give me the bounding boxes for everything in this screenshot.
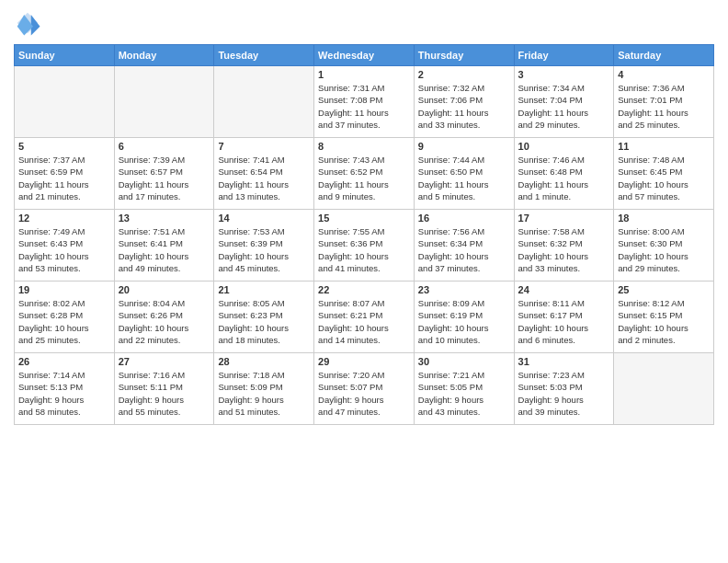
- day-detail-line: Sunset: 6:36 PM: [318, 237, 410, 249]
- day-number: 14: [218, 213, 310, 224]
- calendar-cell: 31Sunrise: 7:23 AMSunset: 5:03 PMDayligh…: [514, 353, 614, 425]
- day-detail-line: Daylight: 10 hours: [18, 322, 110, 334]
- day-detail: Sunrise: 8:04 AMSunset: 6:26 PMDaylight:…: [119, 297, 210, 346]
- day-detail-line: and 2 minutes.: [618, 334, 710, 346]
- day-detail-line: Sunset: 6:34 PM: [418, 237, 510, 249]
- day-detail-line: and 55 minutes.: [119, 406, 210, 418]
- day-detail-line: Sunrise: 7:41 AM: [218, 154, 310, 166]
- day-detail-line: and 1 minute.: [518, 190, 610, 202]
- day-detail-line: Sunset: 6:54 PM: [218, 166, 310, 178]
- weekday-header-saturday: Saturday: [614, 45, 714, 66]
- day-detail-line: Sunset: 5:13 PM: [18, 381, 110, 393]
- day-detail-line: Daylight: 9 hours: [418, 394, 510, 406]
- day-detail-line: Sunset: 6:41 PM: [119, 237, 210, 249]
- calendar-cell: 4Sunrise: 7:36 AMSunset: 7:01 PMDaylight…: [614, 66, 714, 138]
- day-detail-line: Daylight: 10 hours: [618, 178, 710, 190]
- day-detail-line: Sunset: 7:01 PM: [618, 94, 710, 106]
- day-number: 15: [318, 213, 410, 224]
- day-detail-line: Daylight: 10 hours: [318, 250, 410, 262]
- day-detail-line: Daylight: 10 hours: [318, 322, 410, 334]
- page-container: SundayMondayTuesdayWednesdayThursdayFrid…: [0, 0, 728, 434]
- day-detail-line: Sunset: 6:39 PM: [218, 237, 310, 249]
- day-detail-line: Sunset: 5:07 PM: [318, 381, 410, 393]
- day-detail-line: Daylight: 11 hours: [518, 107, 610, 119]
- day-detail-line: Sunset: 6:48 PM: [518, 166, 610, 178]
- day-detail: Sunrise: 7:34 AMSunset: 7:04 PMDaylight:…: [518, 82, 610, 131]
- day-number: 17: [518, 213, 610, 224]
- day-detail-line: and 25 minutes.: [618, 119, 710, 131]
- day-detail-line: Daylight: 9 hours: [318, 394, 410, 406]
- calendar-cell: 29Sunrise: 7:20 AMSunset: 5:07 PMDayligh…: [314, 353, 415, 425]
- day-detail-line: and 37 minutes.: [318, 119, 410, 131]
- day-number: 8: [318, 141, 410, 152]
- day-detail-line: Sunset: 6:15 PM: [618, 309, 710, 321]
- day-detail-line: and 51 minutes.: [218, 406, 310, 418]
- day-detail-line: Daylight: 10 hours: [518, 250, 610, 262]
- day-detail-line: and 47 minutes.: [318, 406, 410, 418]
- day-detail-line: Sunset: 6:59 PM: [18, 166, 110, 178]
- day-number: 16: [418, 213, 510, 224]
- day-detail-line: Sunrise: 8:12 AM: [618, 297, 710, 309]
- day-detail-line: and 57 minutes.: [618, 190, 710, 202]
- day-number: 11: [618, 141, 710, 152]
- day-number: 1: [318, 69, 410, 80]
- calendar-body: 1Sunrise: 7:31 AMSunset: 7:08 PMDaylight…: [15, 66, 714, 425]
- day-detail-line: and 41 minutes.: [318, 262, 410, 274]
- day-number: 10: [518, 141, 610, 152]
- day-number: 24: [518, 284, 610, 295]
- day-detail: Sunrise: 7:32 AMSunset: 7:06 PMDaylight:…: [418, 82, 510, 131]
- day-number: 22: [318, 284, 410, 295]
- calendar-cell: 16Sunrise: 7:56 AMSunset: 6:34 PMDayligh…: [414, 210, 514, 282]
- day-detail-line: Daylight: 10 hours: [119, 322, 210, 334]
- day-detail: Sunrise: 7:36 AMSunset: 7:01 PMDaylight:…: [618, 82, 710, 131]
- day-detail-line: Sunrise: 7:51 AM: [119, 225, 210, 237]
- day-detail-line: Sunset: 6:23 PM: [218, 309, 310, 321]
- day-number: 26: [18, 356, 110, 367]
- day-detail-line: Daylight: 10 hours: [518, 322, 610, 334]
- day-detail-line: Sunrise: 7:16 AM: [119, 369, 210, 381]
- day-detail-line: Sunrise: 8:02 AM: [18, 297, 110, 309]
- day-number: 19: [18, 284, 110, 295]
- calendar-cell: 11Sunrise: 7:48 AMSunset: 6:45 PMDayligh…: [614, 138, 714, 210]
- calendar-cell: 28Sunrise: 7:18 AMSunset: 5:09 PMDayligh…: [214, 353, 314, 425]
- header: [14, 9, 714, 37]
- day-detail-line: Daylight: 11 hours: [119, 178, 210, 190]
- day-detail: Sunrise: 8:09 AMSunset: 6:19 PMDaylight:…: [418, 297, 510, 346]
- day-number: 20: [119, 284, 210, 295]
- day-detail-line: Daylight: 10 hours: [618, 322, 710, 334]
- day-detail-line: Sunrise: 7:43 AM: [318, 154, 410, 166]
- day-detail-line: and 14 minutes.: [318, 334, 410, 346]
- day-detail-line: Sunset: 5:11 PM: [119, 381, 210, 393]
- day-detail-line: and 39 minutes.: [518, 406, 610, 418]
- week-row-2: 12Sunrise: 7:49 AMSunset: 6:43 PMDayligh…: [15, 210, 714, 282]
- day-detail-line: and 21 minutes.: [18, 190, 110, 202]
- weekday-header-thursday: Thursday: [414, 45, 514, 66]
- calendar-cell: 22Sunrise: 8:07 AMSunset: 6:21 PMDayligh…: [314, 282, 415, 353]
- day-detail-line: and 33 minutes.: [518, 262, 610, 274]
- day-detail: Sunrise: 7:49 AMSunset: 6:43 PMDaylight:…: [18, 225, 110, 274]
- day-detail-line: Daylight: 11 hours: [218, 178, 310, 190]
- day-detail-line: Daylight: 11 hours: [418, 107, 510, 119]
- day-detail-line: Sunset: 6:43 PM: [18, 237, 110, 249]
- calendar-cell: 15Sunrise: 7:55 AMSunset: 6:36 PMDayligh…: [314, 210, 415, 282]
- day-detail-line: Sunset: 5:09 PM: [218, 381, 310, 393]
- day-detail-line: Daylight: 11 hours: [318, 107, 410, 119]
- day-detail: Sunrise: 7:16 AMSunset: 5:11 PMDaylight:…: [119, 369, 210, 418]
- day-number: 18: [618, 213, 710, 224]
- day-detail-line: Sunrise: 7:20 AM: [318, 369, 410, 381]
- day-detail: Sunrise: 8:02 AMSunset: 6:28 PMDaylight:…: [18, 297, 110, 346]
- day-detail-line: and 53 minutes.: [18, 262, 110, 274]
- day-detail-line: and 33 minutes.: [418, 119, 510, 131]
- day-detail-line: and 6 minutes.: [518, 334, 610, 346]
- day-number: 23: [418, 284, 510, 295]
- day-detail-line: Sunrise: 7:39 AM: [119, 154, 210, 166]
- day-detail-line: and 13 minutes.: [218, 190, 310, 202]
- calendar-cell: 14Sunrise: 7:53 AMSunset: 6:39 PMDayligh…: [214, 210, 314, 282]
- day-detail-line: Daylight: 11 hours: [618, 107, 710, 119]
- calendar-cell: 26Sunrise: 7:14 AMSunset: 5:13 PMDayligh…: [15, 353, 115, 425]
- day-detail-line: Sunset: 6:28 PM: [18, 309, 110, 321]
- day-number: 25: [618, 284, 710, 295]
- day-number: 29: [318, 356, 410, 367]
- day-detail-line: Sunrise: 7:21 AM: [418, 369, 510, 381]
- calendar-cell: 7Sunrise: 7:41 AMSunset: 6:54 PMDaylight…: [214, 138, 314, 210]
